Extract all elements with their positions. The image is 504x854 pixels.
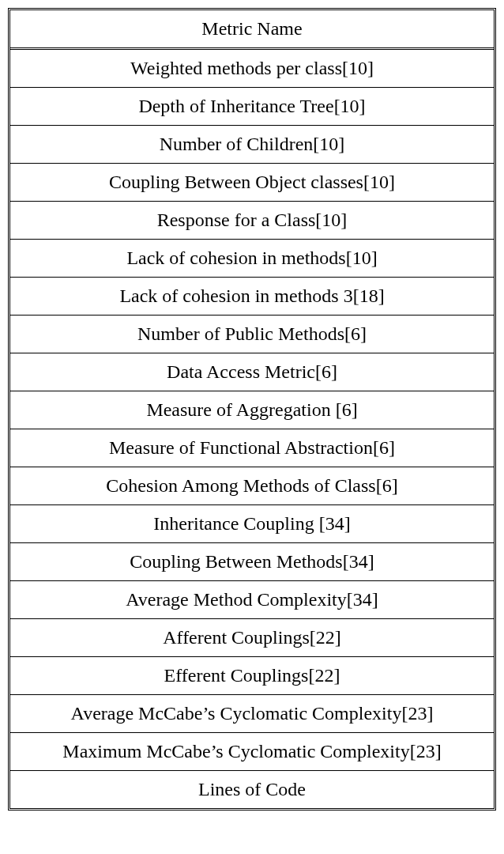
table-row: Average Method Complexity[34] [10, 581, 494, 619]
table-row: Lack of cohesion in methods 3[18] [10, 278, 494, 316]
table-row: Coupling Between Object classes[10] [10, 164, 494, 202]
table-row: Average McCabe’s Cyclomatic Complexity[2… [10, 695, 494, 733]
table-row: Lack of cohesion in methods[10] [10, 240, 494, 278]
table-header: Metric Name [10, 10, 494, 50]
table-row: Measure of Aggregation [6] [10, 391, 494, 429]
table-row: Number of Children[10] [10, 126, 494, 164]
table-row: Maximum McCabe’s Cyclomatic Complexity[2… [10, 733, 494, 771]
table-row: Cohesion Among Methods of Class[6] [10, 467, 494, 505]
metrics-table: Metric Name Weighted methods per class[1… [8, 8, 496, 811]
table-row: Inheritance Coupling [34] [10, 505, 494, 543]
table-row: Coupling Between Methods[34] [10, 543, 494, 581]
table-row: Afferent Couplings[22] [10, 619, 494, 657]
table-row: Lines of Code [10, 771, 494, 808]
table-row: Depth of Inheritance Tree[10] [10, 88, 494, 126]
table-row: Efferent Couplings[22] [10, 657, 494, 695]
table-body: Weighted methods per class[10] Depth of … [10, 50, 494, 808]
table-row: Number of Public Methods[6] [10, 316, 494, 353]
table-row: Response for a Class[10] [10, 202, 494, 240]
table-row: Measure of Functional Abstraction[6] [10, 429, 494, 467]
table-row: Weighted methods per class[10] [10, 50, 494, 88]
table-row: Data Access Metric[6] [10, 353, 494, 391]
